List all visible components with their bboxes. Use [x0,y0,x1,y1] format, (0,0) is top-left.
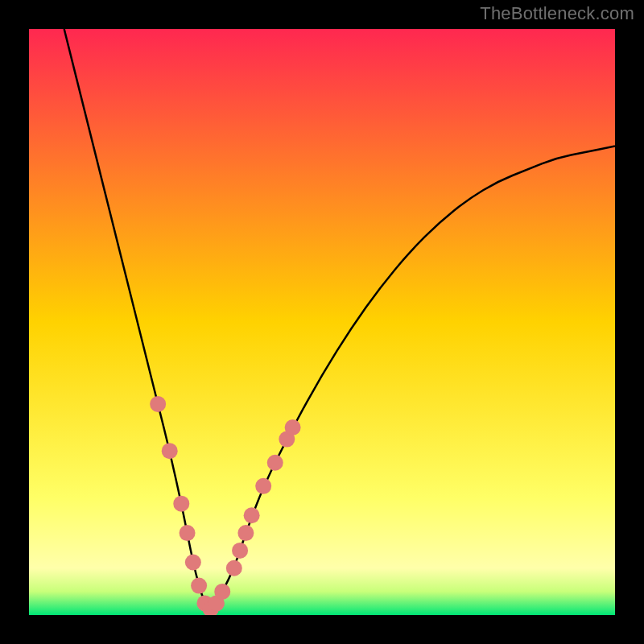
gradient-background [29,29,615,615]
marker-point [214,584,230,600]
plot-area [29,29,615,615]
marker-point [162,443,178,459]
marker-point [180,525,196,541]
marker-point [232,543,248,559]
marker-point [185,554,201,570]
marker-point [226,560,242,576]
watermark-text: TheBottleneck.com [480,3,634,24]
marker-point [191,578,207,594]
bottleneck-chart [29,29,615,615]
marker-point [150,396,166,412]
chart-frame: TheBottleneck.com [0,0,644,644]
marker-point [285,419,301,436]
marker-point [255,478,271,494]
marker-point [267,455,283,471]
marker-point [173,496,189,512]
marker-point [237,525,254,541]
marker-point [244,507,260,523]
